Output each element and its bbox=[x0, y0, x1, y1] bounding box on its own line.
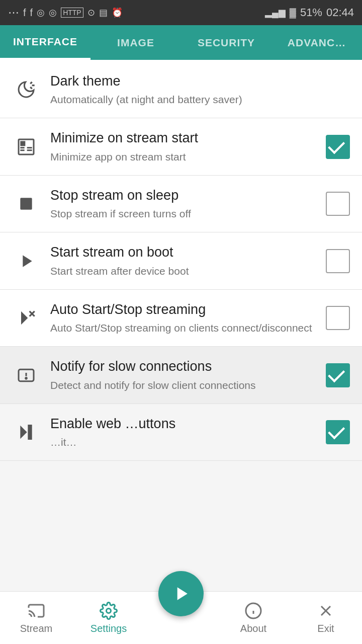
settings-list: Dark theme Automatically (at night and b… bbox=[0, 61, 362, 461]
svg-line-0 bbox=[30, 82, 32, 84]
start-boot-checkbox[interactable] bbox=[324, 249, 352, 273]
auto-start-checkbox[interactable] bbox=[324, 306, 352, 330]
battery-percent: 51% bbox=[300, 6, 322, 19]
notify-slow-desc: Detect and notify for slow client connec… bbox=[50, 378, 316, 392]
dark-theme-icon bbox=[10, 79, 42, 100]
auto-start-title: Auto Start/Stop streaming bbox=[50, 301, 316, 318]
enable-web-checkbox-control[interactable] bbox=[326, 420, 350, 444]
nav-settings[interactable]: Settings bbox=[72, 602, 145, 634]
close-icon bbox=[317, 602, 335, 620]
nav-settings-label: Settings bbox=[90, 623, 127, 634]
notify-slow-checkbox[interactable] bbox=[324, 363, 352, 387]
signal-icon: ▂▄▆ bbox=[265, 7, 286, 18]
svg-marker-11 bbox=[21, 311, 28, 325]
fab-play-button[interactable] bbox=[158, 571, 204, 616]
fb-icon: f bbox=[23, 7, 26, 19]
enable-web-checkbox[interactable] bbox=[324, 420, 352, 444]
photo-icon: ▤ bbox=[99, 7, 108, 18]
start-boot-checkbox-control[interactable] bbox=[326, 249, 350, 273]
nav-exit-label: Exit bbox=[317, 623, 334, 634]
settings-icon bbox=[100, 602, 118, 620]
cast-icon bbox=[27, 602, 45, 620]
notify-slow-text: Notify for slow connections Detect and n… bbox=[42, 358, 324, 392]
nav-exit[interactable]: Exit bbox=[290, 602, 362, 634]
setting-dark-theme[interactable]: Dark theme Automatically (at night and b… bbox=[0, 61, 362, 118]
info-icon bbox=[244, 602, 262, 620]
start-boot-text: Start stream on boot Start stream after … bbox=[42, 244, 324, 278]
messenger-icon: ⊙ bbox=[87, 7, 95, 18]
tab-image[interactable]: IMAGE bbox=[90, 25, 181, 60]
tab-interface[interactable]: INTERFACE bbox=[0, 25, 90, 60]
auto-start-checkbox-control[interactable] bbox=[326, 306, 350, 330]
enable-web-text: Enable web …uttons …it… bbox=[42, 415, 324, 449]
minimize-text: Minimize on stream start Minimize app on… bbox=[42, 129, 324, 164]
nav-stream[interactable]: Stream bbox=[0, 602, 72, 634]
web-icon bbox=[10, 422, 42, 442]
dark-theme-desc: Automatically (at night and battery save… bbox=[50, 92, 316, 107]
status-bar: ⋯ f f ◎ ◎ HTTP ⊙ ▤ ⏰ ▂▄▆ ▓ 51% 02:44 bbox=[0, 0, 362, 25]
stop-sleep-desc: Stop stream if screen turns off bbox=[50, 206, 316, 221]
svg-line-2 bbox=[30, 87, 32, 89]
minimize-icon bbox=[10, 137, 42, 157]
stop-sleep-title: Stop stream on sleep bbox=[50, 187, 316, 204]
svg-rect-4 bbox=[20, 141, 25, 146]
setting-notify-slow[interactable]: Notify for slow connections Detect and n… bbox=[0, 347, 362, 404]
time: 02:44 bbox=[326, 6, 354, 19]
minimize-title: Minimize on stream start bbox=[50, 129, 316, 147]
minimize-checkbox-control[interactable] bbox=[326, 135, 350, 159]
auto-start-text: Auto Start/Stop streaming Auto Start/Sto… bbox=[42, 301, 324, 335]
stop-sleep-checkbox-control[interactable] bbox=[326, 192, 350, 216]
svg-marker-19 bbox=[177, 587, 188, 600]
tab-security[interactable]: SECURITY bbox=[181, 25, 272, 60]
svg-rect-9 bbox=[20, 198, 32, 210]
notify-icon bbox=[10, 365, 42, 385]
start-boot-desc: Start stream after device boot bbox=[50, 264, 316, 278]
stop-sleep-text: Stop stream on sleep Stop stream if scre… bbox=[42, 187, 324, 221]
alarm-icon: ⏰ bbox=[112, 7, 123, 18]
nav-about[interactable]: About bbox=[217, 602, 290, 634]
status-left-icons: ⋯ f f ◎ ◎ HTTP ⊙ ▤ ⏰ bbox=[8, 6, 123, 19]
nav-stream-label: Stream bbox=[20, 623, 52, 634]
setting-stop-sleep[interactable]: Stop stream on sleep Stop stream if scre… bbox=[0, 176, 362, 232]
start-boot-title: Start stream on boot bbox=[50, 244, 316, 261]
svg-rect-18 bbox=[29, 426, 31, 439]
svg-marker-10 bbox=[23, 255, 32, 267]
enable-web-title: Enable web …uttons bbox=[50, 415, 316, 433]
minimize-checkbox[interactable] bbox=[324, 135, 352, 159]
auto-start-desc: Auto Start/Stop streaming on clients con… bbox=[50, 320, 316, 335]
setting-auto-start[interactable]: Auto Start/Stop streaming Auto Start/Sto… bbox=[0, 290, 362, 347]
setting-minimize[interactable]: Minimize on stream start Minimize app on… bbox=[0, 118, 362, 175]
auto-start-icon bbox=[10, 308, 42, 328]
status-right-icons: ▂▄▆ ▓ 51% 02:44 bbox=[265, 6, 354, 19]
nav-about-label: About bbox=[240, 623, 266, 634]
minimize-desc: Minimize app on stream start bbox=[50, 149, 316, 164]
dark-theme-text: Dark theme Automatically (at night and b… bbox=[42, 72, 324, 107]
dots-icon: ⋯ bbox=[8, 6, 19, 19]
svg-point-21 bbox=[107, 608, 111, 613]
svg-marker-17 bbox=[20, 426, 27, 439]
http-icon: HTTP bbox=[61, 8, 83, 18]
tab-advanced[interactable]: ADVANC… bbox=[272, 25, 362, 60]
stop-stream-icon bbox=[10, 194, 42, 214]
setting-start-boot[interactable]: Start stream on boot Start stream after … bbox=[0, 232, 362, 289]
setting-enable-web[interactable]: Enable web …uttons …it… bbox=[0, 404, 362, 461]
start-stream-icon bbox=[10, 251, 42, 271]
battery-icon: ▓ bbox=[290, 8, 296, 18]
notify-slow-checkbox-control[interactable] bbox=[326, 363, 350, 387]
stop-sleep-checkbox[interactable] bbox=[324, 192, 352, 216]
tab-bar: INTERFACE IMAGE SECURITY ADVANC… bbox=[0, 25, 362, 61]
instagram-icon: ◎ bbox=[37, 7, 45, 18]
notify-slow-title: Notify for slow connections bbox=[50, 358, 316, 375]
dark-theme-title: Dark theme bbox=[50, 72, 316, 90]
fb2-icon: f bbox=[30, 7, 33, 19]
svg-point-16 bbox=[26, 377, 27, 379]
enable-web-desc: …it… bbox=[50, 435, 316, 449]
instagram2-icon: ◎ bbox=[49, 7, 57, 18]
